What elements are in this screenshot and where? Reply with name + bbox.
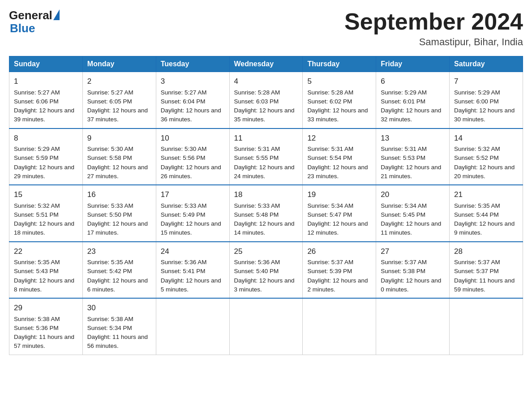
sunset-text: Sunset: 5:49 PM	[161, 211, 206, 218]
day-number: 4	[234, 76, 298, 87]
sunrise-text: Sunrise: 5:29 AM	[454, 89, 500, 96]
sunrise-text: Sunrise: 5:37 AM	[381, 259, 427, 265]
sunset-text: Sunset: 5:34 PM	[87, 325, 132, 331]
table-row: 3Sunrise: 5:27 AMSunset: 6:04 PMDaylight…	[156, 72, 229, 128]
sunrise-text: Sunrise: 5:30 AM	[87, 146, 133, 152]
sunset-text: Sunset: 5:47 PM	[307, 211, 352, 218]
calendar-week-row: 29Sunrise: 5:38 AMSunset: 5:36 PMDayligh…	[9, 298, 523, 355]
table-row: 10Sunrise: 5:30 AMSunset: 5:56 PMDayligh…	[156, 128, 229, 185]
day-number: 7	[454, 76, 518, 87]
calendar-week-row: 15Sunrise: 5:32 AMSunset: 5:51 PMDayligh…	[9, 185, 523, 242]
sunset-text: Sunset: 5:55 PM	[234, 154, 279, 161]
day-number: 1	[14, 76, 78, 87]
table-row: 20Sunrise: 5:34 AMSunset: 5:45 PMDayligh…	[376, 185, 450, 242]
sunrise-text: Sunrise: 5:37 AM	[307, 259, 353, 265]
day-number: 3	[161, 76, 225, 87]
sunrise-text: Sunrise: 5:27 AM	[161, 89, 207, 96]
daylight-text: Daylight: 12 hours and 36 minutes.	[161, 107, 221, 123]
day-number: 11	[234, 133, 298, 144]
sunrise-text: Sunrise: 5:35 AM	[87, 259, 133, 265]
daylight-text: Daylight: 12 hours and 33 minutes.	[307, 107, 368, 123]
day-number: 10	[161, 133, 225, 144]
table-row: 12Sunrise: 5:31 AMSunset: 5:54 PMDayligh…	[303, 128, 376, 185]
day-number: 25	[234, 246, 298, 257]
sunset-text: Sunset: 5:37 PM	[454, 268, 499, 274]
sunrise-text: Sunrise: 5:38 AM	[87, 316, 133, 322]
day-number: 15	[14, 189, 78, 201]
table-row: 21Sunrise: 5:35 AMSunset: 5:44 PMDayligh…	[450, 185, 523, 242]
sunset-text: Sunset: 6:02 PM	[307, 98, 352, 105]
day-number: 24	[161, 246, 225, 257]
sunset-text: Sunset: 5:53 PM	[381, 154, 425, 161]
sunrise-text: Sunrise: 5:31 AM	[381, 146, 427, 152]
table-row: 18Sunrise: 5:33 AMSunset: 5:48 PMDayligh…	[229, 185, 303, 242]
table-row: 4Sunrise: 5:28 AMSunset: 6:03 PMDaylight…	[229, 72, 303, 128]
sunset-text: Sunset: 5:56 PM	[161, 154, 206, 161]
sunrise-text: Sunrise: 5:34 AM	[307, 202, 353, 209]
sunset-text: Sunset: 5:54 PM	[307, 154, 352, 161]
sunrise-text: Sunrise: 5:33 AM	[234, 202, 280, 209]
day-number: 6	[381, 76, 445, 87]
sunrise-text: Sunrise: 5:27 AM	[87, 89, 133, 96]
day-number: 8	[14, 133, 78, 144]
sunrise-text: Sunrise: 5:29 AM	[381, 89, 427, 96]
sunrise-text: Sunrise: 5:31 AM	[234, 146, 280, 152]
day-number: 13	[381, 133, 445, 144]
day-number: 22	[14, 246, 78, 257]
sunset-text: Sunset: 5:58 PM	[87, 154, 132, 161]
sunset-text: Sunset: 6:00 PM	[454, 98, 499, 105]
sunrise-text: Sunrise: 5:36 AM	[161, 259, 207, 265]
day-number: 14	[454, 133, 518, 144]
table-row: 6Sunrise: 5:29 AMSunset: 6:01 PMDaylight…	[376, 72, 450, 128]
sunset-text: Sunset: 6:01 PM	[381, 98, 425, 105]
table-row: 22Sunrise: 5:35 AMSunset: 5:43 PMDayligh…	[9, 242, 83, 299]
sunrise-text: Sunrise: 5:32 AM	[14, 202, 60, 209]
daylight-text: Daylight: 12 hours and 15 minutes.	[161, 220, 221, 236]
daylight-text: Daylight: 12 hours and 21 minutes.	[381, 164, 441, 180]
calendar-header-row: Sunday Monday Tuesday Wednesday Thursday…	[9, 56, 523, 72]
daylight-text: Daylight: 12 hours and 17 minutes.	[87, 220, 148, 236]
logo-blue-text: Blue	[10, 22, 60, 35]
daylight-text: Daylight: 11 hours and 57 minutes.	[14, 334, 74, 349]
sunrise-text: Sunrise: 5:31 AM	[307, 146, 353, 152]
daylight-text: Daylight: 12 hours and 39 minutes.	[14, 107, 74, 123]
sunrise-text: Sunrise: 5:29 AM	[14, 146, 60, 152]
daylight-text: Daylight: 12 hours and 0 minutes.	[381, 277, 441, 293]
sunrise-text: Sunrise: 5:38 AM	[14, 316, 60, 322]
day-number: 28	[454, 246, 518, 257]
table-row: 14Sunrise: 5:32 AMSunset: 5:52 PMDayligh…	[450, 128, 523, 185]
day-number: 12	[307, 133, 371, 144]
day-number: 5	[307, 76, 371, 87]
sunrise-text: Sunrise: 5:33 AM	[161, 202, 207, 209]
col-tuesday: Tuesday	[156, 56, 229, 72]
day-number: 30	[87, 302, 151, 314]
sunset-text: Sunset: 5:52 PM	[454, 154, 499, 161]
location-subtitle: Samastipur, Bihar, India	[344, 36, 523, 48]
daylight-text: Daylight: 12 hours and 37 minutes.	[87, 107, 148, 123]
sunrise-text: Sunrise: 5:32 AM	[454, 146, 500, 152]
daylight-text: Daylight: 12 hours and 27 minutes.	[87, 164, 148, 180]
day-number: 2	[87, 76, 151, 87]
day-number: 18	[234, 189, 298, 201]
table-row: 17Sunrise: 5:33 AMSunset: 5:49 PMDayligh…	[156, 185, 229, 242]
sunset-text: Sunset: 5:39 PM	[307, 268, 352, 274]
table-row: 19Sunrise: 5:34 AMSunset: 5:47 PMDayligh…	[303, 185, 376, 242]
calendar-week-row: 1Sunrise: 5:27 AMSunset: 6:06 PMDaylight…	[9, 72, 523, 128]
col-sunday: Sunday	[9, 56, 83, 72]
table-row: 11Sunrise: 5:31 AMSunset: 5:55 PMDayligh…	[229, 128, 303, 185]
table-row	[156, 298, 229, 355]
calendar-week-row: 8Sunrise: 5:29 AMSunset: 5:59 PMDaylight…	[9, 128, 523, 185]
table-row: 13Sunrise: 5:31 AMSunset: 5:53 PMDayligh…	[376, 128, 450, 185]
sunset-text: Sunset: 6:03 PM	[234, 98, 279, 105]
sunset-text: Sunset: 5:40 PM	[234, 268, 279, 274]
table-row	[450, 298, 523, 355]
sunrise-text: Sunrise: 5:33 AM	[87, 202, 133, 209]
day-number: 19	[307, 189, 371, 201]
sunrise-text: Sunrise: 5:35 AM	[14, 259, 60, 265]
table-row: 30Sunrise: 5:38 AMSunset: 5:34 PMDayligh…	[82, 298, 156, 355]
col-friday: Friday	[376, 56, 450, 72]
sunset-text: Sunset: 5:44 PM	[454, 211, 499, 218]
daylight-text: Daylight: 12 hours and 8 minutes.	[14, 277, 74, 293]
day-number: 21	[454, 189, 518, 201]
table-row: 1Sunrise: 5:27 AMSunset: 6:06 PMDaylight…	[9, 72, 83, 128]
